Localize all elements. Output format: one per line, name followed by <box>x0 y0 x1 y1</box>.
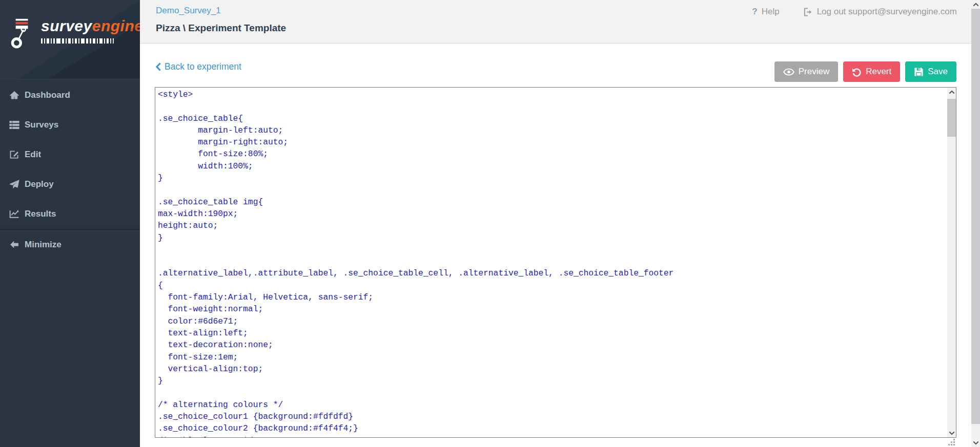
application-window: surveyengine Dashboard <box>0 0 980 447</box>
piston-icon <box>10 17 34 52</box>
page-scroll-down-button[interactable] <box>971 438 980 447</box>
scrollbar-thumb[interactable] <box>947 99 956 137</box>
topbar-actions: ? Help Log out support@surveyengine.com <box>752 0 957 24</box>
sidebar-item-label: Edit <box>25 150 41 160</box>
sidebar-item-edit[interactable]: Edit <box>0 140 140 169</box>
paper-plane-icon <box>9 179 20 189</box>
logo[interactable]: surveyengine <box>0 0 140 79</box>
help-link[interactable]: ? Help <box>752 7 779 17</box>
toolbar-buttons: Preview Revert <box>769 61 956 82</box>
sign-out-icon <box>803 7 813 17</box>
sidebar-item-dashboard[interactable]: Dashboard <box>0 80 140 110</box>
page-title: Pizza \ Experiment Template <box>156 23 286 34</box>
page-scrollbar[interactable] <box>971 0 980 447</box>
floppy-disk-icon <box>914 67 924 77</box>
sidebar-item-surveys[interactable]: Surveys <box>0 110 140 140</box>
css-code-text: <style> .se_choice_table{ margin-left:au… <box>155 88 947 437</box>
scroll-down-button[interactable] <box>947 429 956 437</box>
sidebar-item-minimize[interactable]: Minimize <box>0 230 140 260</box>
editor-scrollbar[interactable] <box>947 88 956 437</box>
logo-text: surveyengine <box>41 17 140 44</box>
question-icon: ? <box>752 7 757 17</box>
preview-button[interactable]: Preview <box>774 61 838 82</box>
preview-label: Preview <box>799 67 829 77</box>
sidebar-item-label: Results <box>25 209 56 219</box>
sidebar-item-deploy[interactable]: Deploy <box>0 169 140 199</box>
edit-icon <box>9 150 20 160</box>
main-content: Back to experiment Preview <box>140 44 971 447</box>
breadcrumb-survey-link[interactable]: Demo_Survey_1 <box>156 6 221 16</box>
sidebar-item-label: Dashboard <box>25 90 70 100</box>
logout-link[interactable]: Log out support@surveyengine.com <box>803 7 957 17</box>
sidebar-item-label: Deploy <box>25 179 54 189</box>
save-button[interactable]: Save <box>905 61 956 82</box>
back-to-experiment-link[interactable]: Back to experiment <box>156 57 241 76</box>
logout-label: Log out support@surveyengine.com <box>817 7 957 17</box>
page-scroll-up-button[interactable] <box>971 0 980 9</box>
save-label: Save <box>928 67 948 77</box>
sidebar-item-label: Minimize <box>25 240 62 250</box>
arrow-left-icon <box>9 240 20 249</box>
barcode-graphic <box>41 38 140 44</box>
sidebar-item-label: Surveys <box>25 120 58 130</box>
top-header: Demo_Survey_1 Pizza \ Experiment Templat… <box>140 0 980 44</box>
revert-button[interactable]: Revert <box>843 61 900 82</box>
help-label: Help <box>762 7 780 17</box>
logo-word-engine: engine <box>92 17 140 34</box>
sidebar-item-results[interactable]: Results <box>0 199 140 229</box>
chevron-left-icon <box>156 62 161 71</box>
eye-icon <box>783 68 794 76</box>
textarea-resize-grip[interactable] <box>948 438 955 445</box>
sidebar: surveyengine Dashboard <box>0 0 140 447</box>
scroll-up-button[interactable] <box>947 88 956 96</box>
list-icon <box>9 120 20 130</box>
back-label: Back to experiment <box>165 61 241 72</box>
logo-word-survey: survey <box>41 17 92 34</box>
sidebar-nav: Dashboard Surveys <box>0 80 140 260</box>
template-code-textarea[interactable]: <style> .se_choice_table{ margin-left:au… <box>155 87 956 438</box>
home-icon <box>9 90 20 100</box>
revert-label: Revert <box>866 67 891 77</box>
undo-icon <box>852 67 862 77</box>
line-chart-icon <box>9 209 20 219</box>
page-scrollbar-thumb[interactable] <box>971 9 980 424</box>
